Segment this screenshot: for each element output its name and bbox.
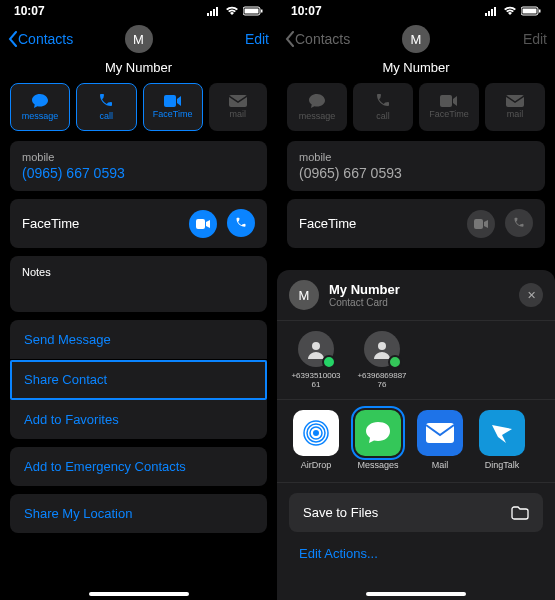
person-icon xyxy=(364,331,400,367)
messages-label: Messages xyxy=(357,460,398,470)
emergency-row[interactable]: Add to Emergency Contacts xyxy=(10,447,267,486)
nav-bar: Contacts M Edit xyxy=(0,22,277,56)
video-icon xyxy=(440,95,458,107)
facetime-button[interactable]: FaceTime xyxy=(143,83,203,131)
dingtalk-label: DingTalk xyxy=(485,460,520,470)
mail-app[interactable]: Mail xyxy=(415,410,465,470)
phone-number: (0965) 667 0593 xyxy=(22,165,255,181)
share-contacts-row: +6393510003 61 +6396869887 76 xyxy=(277,321,555,400)
notes-label: Notes xyxy=(22,266,255,278)
status-bar: 10:07 xyxy=(0,0,277,22)
dingtalk-app[interactable]: DingTalk xyxy=(477,410,527,470)
svg-rect-2 xyxy=(213,9,215,16)
folder-icon xyxy=(511,506,529,520)
facetime-video-button[interactable] xyxy=(189,210,217,238)
contact-name: My Number xyxy=(0,60,277,75)
facetime-row-label: FaceTime xyxy=(299,216,356,231)
svg-point-20 xyxy=(312,342,320,350)
airdrop-app[interactable]: AirDrop xyxy=(291,410,341,470)
add-favorites-row[interactable]: Add to Favorites xyxy=(10,400,267,439)
share-contact-1[interactable]: +6393510003 61 xyxy=(291,331,341,389)
facetime-card: FaceTime xyxy=(10,199,267,248)
chevron-left-icon xyxy=(285,31,295,47)
mail-label: mail xyxy=(507,109,524,119)
nav-bar: Contacts M Edit xyxy=(277,22,555,56)
svg-rect-17 xyxy=(440,95,452,107)
save-to-files-row[interactable]: Save to Files xyxy=(289,493,543,532)
svg-rect-3 xyxy=(216,7,218,16)
close-button[interactable]: ✕ xyxy=(519,283,543,307)
svg-rect-0 xyxy=(207,13,209,16)
contact-name: My Number xyxy=(277,60,555,75)
svg-rect-9 xyxy=(196,219,205,229)
sheet-header: M My Number Contact Card ✕ xyxy=(277,280,555,321)
svg-rect-26 xyxy=(426,423,454,443)
phone-left: 10:07 Contacts M Edit My Number xyxy=(0,0,277,600)
facetime-button: FaceTime xyxy=(419,83,479,131)
signal-icon xyxy=(207,6,221,16)
call-button: call xyxy=(353,83,413,131)
svg-rect-5 xyxy=(245,9,259,14)
home-indicator[interactable] xyxy=(89,592,189,596)
share-contact-2-label: +6396869887 76 xyxy=(357,371,406,389)
back-button[interactable]: Contacts xyxy=(8,31,73,47)
svg-point-22 xyxy=(313,430,319,436)
mail-icon xyxy=(506,95,524,107)
phone-type-label: mobile xyxy=(22,151,255,163)
svg-rect-8 xyxy=(229,95,247,107)
svg-rect-10 xyxy=(485,13,487,16)
messages-app[interactable]: Messages xyxy=(353,410,403,470)
phone-type-label: mobile xyxy=(299,151,533,163)
phone-number: (0965) 667 0593 xyxy=(299,165,533,181)
notes-card[interactable]: Notes xyxy=(10,256,267,312)
back-label: Contacts xyxy=(18,31,73,47)
airdrop-label: AirDrop xyxy=(301,460,332,470)
call-button[interactable]: call xyxy=(76,83,136,131)
call-label: call xyxy=(100,111,114,121)
signal-icon xyxy=(485,6,499,16)
back-label: Contacts xyxy=(295,31,350,47)
send-message-row[interactable]: Send Message xyxy=(10,320,267,360)
action-row: message call FaceTime mail xyxy=(0,83,277,141)
whatsapp-badge-icon xyxy=(322,355,336,369)
avatar[interactable]: M xyxy=(125,25,153,53)
facetime-label: FaceTime xyxy=(153,109,193,119)
edit-button[interactable]: Edit xyxy=(245,31,269,47)
back-button: Contacts xyxy=(285,31,350,47)
home-indicator[interactable] xyxy=(366,592,466,596)
share-contact-row[interactable]: Share Contact xyxy=(10,360,267,400)
edit-button: Edit xyxy=(523,31,547,47)
facetime-video-button xyxy=(467,210,495,238)
share-sheet: M My Number Contact Card ✕ +6393510003 6… xyxy=(277,270,555,600)
battery-icon xyxy=(521,6,541,16)
message-button: message xyxy=(287,83,347,131)
share-location-row[interactable]: Share My Location xyxy=(10,494,267,533)
sheet-subtitle: Contact Card xyxy=(329,297,400,308)
svg-rect-6 xyxy=(261,10,263,13)
message-icon xyxy=(308,93,326,109)
svg-rect-11 xyxy=(488,11,490,16)
phone-card[interactable]: mobile (0965) 667 0593 xyxy=(10,141,267,191)
mail-label: mail xyxy=(230,109,247,119)
facetime-audio-button xyxy=(505,209,533,237)
svg-rect-7 xyxy=(164,95,176,107)
message-label: message xyxy=(22,111,59,121)
mail-app-label: Mail xyxy=(432,460,449,470)
mail-button: mail xyxy=(485,83,545,131)
share-contact-2[interactable]: +6396869887 76 xyxy=(357,331,407,389)
status-indicators xyxy=(207,6,263,16)
facetime-audio-button[interactable] xyxy=(227,209,255,237)
wifi-icon xyxy=(503,6,517,16)
call-label: call xyxy=(376,111,390,121)
messages-icon xyxy=(355,410,401,456)
phone-right: 10:07 Contacts M Edit My Number xyxy=(277,0,555,600)
edit-actions-row[interactable]: Edit Actions... xyxy=(277,532,555,561)
message-button[interactable]: message xyxy=(10,83,70,131)
phone-icon xyxy=(375,93,391,109)
svg-rect-13 xyxy=(494,7,496,16)
status-time: 10:07 xyxy=(291,4,322,18)
avatar: M xyxy=(402,25,430,53)
phone-card: mobile (0965) 667 0593 xyxy=(287,141,545,191)
facetime-row-label: FaceTime xyxy=(22,216,79,231)
chevron-left-icon xyxy=(8,31,18,47)
